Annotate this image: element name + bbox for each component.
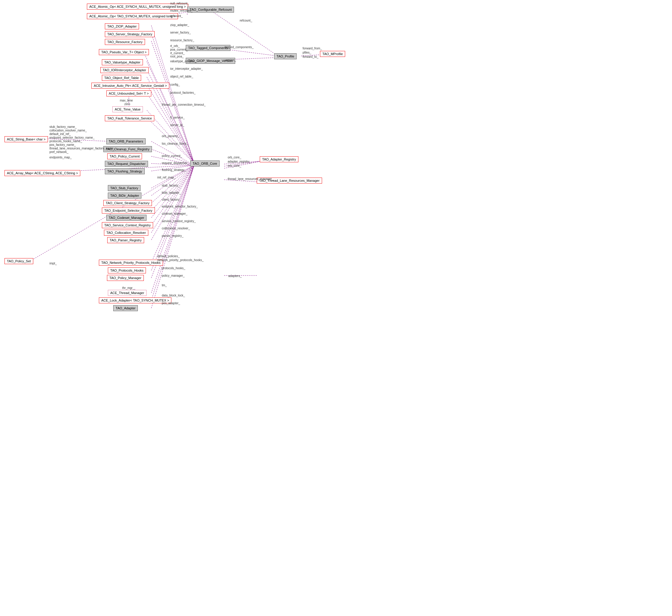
- label-protocol-factories: protocol_factories_: [170, 91, 196, 94]
- label-ziop-adapter: ziop_adapter_: [170, 23, 189, 27]
- label-parser-registry: parser_registry_: [162, 234, 183, 237]
- node-ace-atomic-op-mutex: ACE_Atomic_Op< TAO_SYNCH_MUTEX, unsigned…: [87, 13, 178, 19]
- node-tao-adapter-registry: TAO_Adapter_Registry: [260, 156, 298, 162]
- label-forward-to: forward_to_: [302, 55, 318, 58]
- node-tao-policy-set: TAO_Policy_Set: [4, 258, 33, 264]
- label-resource-factory: resource_factory_: [170, 39, 194, 42]
- label-policy-manager: policy_manager_: [162, 274, 184, 277]
- node-tao-endpoint-selector-factory: TAO_Endpoint_Selector_Factory: [102, 208, 155, 214]
- label-ior-interceptor-adapter: ior_interceptor_adapter_: [170, 67, 203, 70]
- label-server-id: server_id_: [170, 123, 184, 127]
- label-config: config_: [170, 83, 180, 86]
- node-tao-protocols-hooks: TAO_Protocols_Hooks: [108, 267, 146, 273]
- label-service-context-registry: service_context_registry_: [162, 220, 196, 223]
- svg-line-27: [151, 165, 194, 211]
- node-tao-fault-tolerance-service: TAO_Fault_Tolerance_Service: [105, 115, 154, 121]
- node-tao-service-context-registry: TAO_Service_Context_Registry: [102, 222, 153, 228]
- label-tagged-components: tagged_components_: [225, 46, 253, 49]
- label-zero: zero: [124, 102, 130, 106]
- label-null-refcount: null_refcount_: [170, 2, 189, 5]
- label-ft-service: ft_service_: [170, 116, 184, 119]
- label-rt-current: rt_current_: [170, 52, 184, 55]
- node-tao-policy-current: TAO_Policy_Current: [107, 153, 142, 159]
- label-tss-cleanup-funcs: tss_cleanup_funcs_: [162, 142, 188, 145]
- label-endpoint-selector-factory: endpoint_selector_factory_: [162, 205, 198, 208]
- label-adapter-registry: adapter_registry_: [228, 160, 251, 163]
- label-flushing-strategy: flushing_strategy_: [162, 168, 186, 172]
- label-pref-network: pref_network_: [49, 150, 68, 154]
- node-ace-time-value: ACE_Time_Value: [112, 106, 143, 112]
- node-tao-object-ref-table: TAO_Object_Ref_Table: [102, 75, 141, 81]
- label-pos-adapter: pos_adapter_: [162, 302, 180, 305]
- label-codeset-manager: codeset_manager_: [162, 212, 187, 215]
- node-tao-pseudo-var-t: TAO_Pseudo_Var_T< Object >: [99, 49, 149, 55]
- label-collocation-resolver-name: collocation_resolver_name_: [49, 129, 87, 132]
- label-impt: impt_: [49, 262, 57, 265]
- node-tao-ziop-adapter: TAO_ZIOP_Adapter: [105, 23, 139, 29]
- node-tao-orb-parameters: TAO_ORB_Parameters: [106, 138, 146, 144]
- label-stub-factory: stub_factory_: [162, 184, 180, 187]
- node-tao-flushing-strategy: TAO_Flushing_Strategy: [105, 168, 145, 174]
- label-bidir-adapter: bidir_adapter_: [162, 191, 181, 194]
- label-refcount: refcount_: [170, 14, 183, 18]
- label-max-time: max_time: [120, 99, 133, 102]
- node-ace-string-base: ACE_String_Base< char >: [4, 136, 48, 142]
- node-ace-intrusive-auto-ptr: ACE_Intrusive_Auto_Ptr< ACE_Service_Gest…: [91, 83, 169, 89]
- label-default-policies: default_policies_: [157, 255, 180, 258]
- label-data-block-lock: data_block_lock_: [162, 294, 185, 297]
- label-forward-from: forward_from_: [302, 47, 322, 50]
- label-policy-current: policy_current_: [162, 154, 182, 158]
- label-rt-orb: rt_orb_: [170, 44, 180, 48]
- label-default-init-ref: default_init_ref_: [49, 132, 71, 136]
- node-tao-bidir-adapter: TAO_BiDir_Adapter: [108, 193, 141, 199]
- label-tm: tm_: [162, 284, 167, 287]
- label-request-dispatcher: request_dispatcher_: [162, 161, 189, 165]
- node-ace-lock-adapter: ACE_Lock_Adapter< TAO_SYNCH_MUTEX >: [99, 297, 171, 303]
- label-thread-lane-resources-manager-factory-name: thread_lane_resources_manager_factory_na…: [49, 147, 115, 150]
- node-tao-resource-factory: TAO_Resource_Factory: [105, 39, 145, 45]
- node-tao-orb-core: TAO_ORB_Core: [190, 161, 219, 167]
- node-tao-valuetype-adapter: TAO_Valuetype_Adapter: [102, 59, 143, 65]
- label-poa-current: poa_current_: [170, 48, 188, 51]
- node-ace-unbounded-set: ACE_Unbounded_Set< T >: [106, 90, 151, 96]
- label-stub-factory-name: stub_factory_name_: [49, 125, 77, 128]
- label-collocation-resolver: collocation_resolver_: [162, 227, 190, 230]
- node-tao-adapter: TAO_Adapter: [113, 305, 138, 311]
- node-tao-mprofile: TAO_MProfile: [320, 51, 345, 57]
- label-thread-lane-resources-manager: thread_lane_resources_manager_: [228, 177, 273, 181]
- label-orb-core: orb_core_: [228, 156, 241, 159]
- label-adapters: adapters_: [228, 274, 241, 278]
- label-object-ref-table: object_ref_table_: [170, 75, 193, 78]
- label-thr-mgr: thr_mgr_: [122, 286, 134, 290]
- node-tao-request-dispatcher: TAO_Request_Dispatcher: [105, 161, 148, 167]
- label-root-poa: root_poa_: [170, 55, 184, 58]
- node-tao-configurable-refcount: TAO_Configurable_Refcount: [187, 7, 234, 13]
- label-valuetype-adapter: valuetype_adapter_: [170, 60, 196, 63]
- label-orb-core2: orb_core_: [228, 164, 241, 167]
- node-tao-stub-factory: TAO_Stub_Factory: [108, 185, 140, 191]
- diagram-container: ACE_Atomic_Op< ACE_SYNCH_NULL_MUTEX, uns…: [0, 0, 672, 616]
- label-refcount2: refcount_: [240, 19, 252, 22]
- node-tao-profile: TAO_Profile: [274, 53, 296, 59]
- svg-line-29: [151, 165, 194, 225]
- node-tao-server-strategy-factory: TAO_Server_Strategy_Factory: [105, 31, 155, 37]
- label-orb-params: orb_params_: [162, 134, 179, 138]
- node-tao-network-priority-protocols-hooks: TAO_Network_Priority_Protocols_Hooks: [99, 260, 163, 266]
- node-ace-array-map: ACE_Array_Map< ACE_CString, ACE_CString …: [4, 170, 80, 176]
- label-protocols-hooks-name: protocols_hooks_name_: [49, 140, 82, 143]
- node-tao-client-strategy-factory: TAO_Client_Strategy_Factory: [103, 200, 152, 206]
- node-tao-iorinterceptor-adapter: TAO_IORInterceptor_Adapter: [100, 67, 149, 73]
- label-pos-factory-name: pos_factory_name_: [49, 143, 76, 146]
- label-pfiles: pfiles_: [302, 51, 311, 54]
- label-thread-per-connection-timeout: thread_per_connection_timeout_: [162, 103, 205, 106]
- node-ace-thread-manager: ACE_Thread_Manager: [108, 290, 146, 296]
- node-tao-codeset-manager: TAO_Codeset_Manager: [106, 215, 146, 221]
- node-tao-policy-manager: TAO_Policy_Manager: [107, 275, 144, 281]
- label-protocols-hooks: protocols_hooks_: [162, 267, 185, 270]
- label-endpoints-map: endpoints_map_: [49, 156, 72, 159]
- node-tao-collocation-resolver: TAO_Collocation_Resolver: [104, 230, 148, 236]
- label-version: version_: [225, 58, 236, 62]
- node-tao-tagged-components: TAO_Tagged_Components: [186, 45, 230, 51]
- label-init-ref-map: init_ref_map_: [157, 176, 175, 179]
- label-network-priority-protocols-hooks: network_priority_protocols_hooks_: [157, 258, 204, 262]
